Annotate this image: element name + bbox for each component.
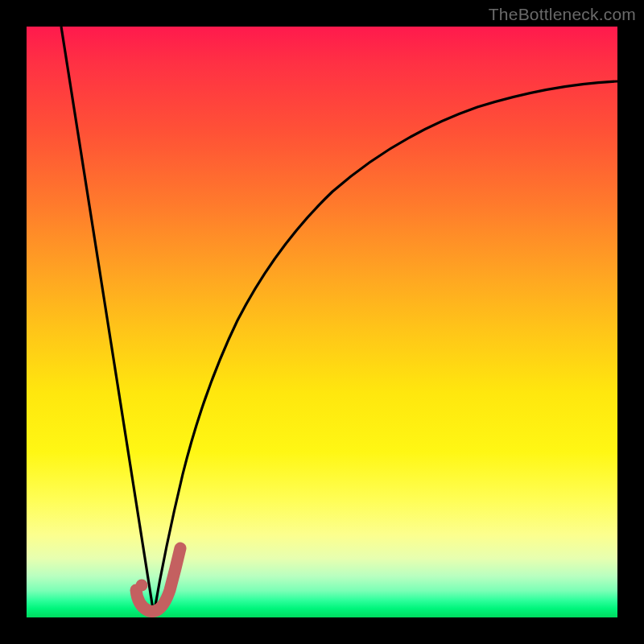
left-descending-line: [61, 27, 154, 614]
watermark-text: TheBottleneck.com: [489, 5, 636, 24]
right-ascending-curve: [154, 81, 617, 614]
plot-area: [27, 27, 617, 617]
black-frame: TheBottleneck.com: [0, 0, 644, 644]
j-marker-dot: [136, 580, 148, 592]
curves-svg: [27, 27, 617, 617]
